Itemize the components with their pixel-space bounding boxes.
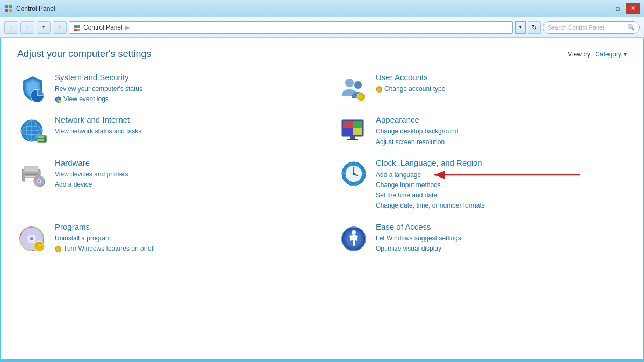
svg-rect-24 bbox=[41, 139, 44, 141]
hardware-title[interactable]: Hardware bbox=[55, 158, 306, 167]
view-by-arrow-icon: ▾ bbox=[624, 51, 627, 58]
close-button[interactable]: ✕ bbox=[626, 3, 640, 14]
path-text: Control Panel bbox=[83, 24, 123, 31]
turn-windows-features-link[interactable]: Turn Windows features on or off bbox=[55, 244, 306, 254]
optimize-visual-link[interactable]: Optimize visual display bbox=[376, 244, 627, 254]
svg-rect-29 bbox=[343, 128, 353, 135]
category-programs: Programs Uninstall a program Turn Window… bbox=[17, 222, 306, 254]
svg-rect-5 bbox=[77, 25, 80, 28]
minimize-button[interactable]: − bbox=[596, 3, 610, 14]
hardware-text: Hardware View devices and printers Add a… bbox=[55, 158, 306, 190]
view-by-section: View by: Category ▾ bbox=[568, 51, 627, 58]
svg-rect-35 bbox=[25, 174, 37, 175]
ease-of-access-icon bbox=[338, 222, 369, 253]
svg-rect-30 bbox=[353, 128, 362, 135]
category-clock-language: Clock, Language, and Region Add a langua… bbox=[338, 158, 627, 211]
svg-point-13 bbox=[354, 81, 362, 89]
network-internet-icon bbox=[17, 115, 48, 146]
svg-rect-4 bbox=[74, 25, 77, 28]
programs-text: Programs Uninstall a program Turn Window… bbox=[55, 222, 306, 254]
up-button[interactable]: ↑ bbox=[53, 21, 67, 34]
search-box[interactable]: Search Control Panel 🔍 bbox=[543, 21, 640, 34]
svg-rect-36 bbox=[25, 176, 37, 177]
window-controls: − □ ✕ bbox=[596, 3, 640, 14]
change-input-link[interactable]: Change input methods bbox=[376, 180, 627, 190]
path-icon bbox=[74, 24, 81, 31]
title-bar-left: Control Panel bbox=[4, 4, 55, 13]
set-time-date-link[interactable]: Set the time and date bbox=[376, 190, 627, 201]
programs-icon bbox=[17, 222, 48, 253]
dropdown-nav-button[interactable]: ▾ bbox=[37, 21, 51, 34]
let-windows-suggest-link[interactable]: Let Windows suggest settings bbox=[376, 233, 627, 244]
ease-of-access-text: Ease of Access Let Windows suggest setti… bbox=[376, 222, 627, 254]
programs-title[interactable]: Programs bbox=[55, 222, 306, 231]
uninstall-program-link[interactable]: Uninstall a program bbox=[55, 233, 306, 244]
window-icon bbox=[4, 4, 13, 13]
svg-rect-34 bbox=[24, 166, 38, 172]
svg-rect-2 bbox=[5, 9, 8, 12]
svg-rect-7 bbox=[77, 29, 80, 31]
shield-small-icon bbox=[55, 96, 62, 103]
svg-rect-27 bbox=[343, 121, 353, 128]
svg-point-11 bbox=[58, 100, 61, 103]
search-placeholder: Search Control Panel bbox=[548, 24, 604, 31]
svg-rect-1 bbox=[9, 5, 12, 8]
svg-rect-6 bbox=[74, 29, 77, 31]
system-security-title[interactable]: System and Security bbox=[55, 73, 306, 82]
clock-language-icon bbox=[338, 158, 369, 189]
add-device-link[interactable]: Add a device bbox=[55, 180, 306, 190]
change-date-formats-link[interactable]: Change date, time, or number formats bbox=[376, 201, 627, 211]
add-language-container: Add a language bbox=[376, 170, 421, 180]
category-system-security: System and Security Review your computer… bbox=[17, 73, 306, 104]
view-by-dropdown[interactable]: Category ▾ bbox=[595, 51, 627, 58]
svg-rect-0 bbox=[5, 5, 8, 8]
svg-rect-21 bbox=[38, 136, 41, 138]
back-button[interactable]: ‹ bbox=[4, 21, 18, 34]
address-bar: ‹ › ▾ ↑ Control Panel ▶ ▾ ↻ Search Contr… bbox=[0, 17, 644, 38]
view-network-status-link[interactable]: View network status and tasks bbox=[55, 126, 306, 137]
network-internet-title[interactable]: Network and Internet bbox=[55, 115, 306, 124]
page-title: Adjust your computer's settings bbox=[17, 48, 152, 60]
category-hardware: Hardware View devices and printers Add a… bbox=[17, 158, 306, 211]
search-icon: 🔍 bbox=[627, 24, 635, 31]
svg-point-40 bbox=[38, 180, 40, 182]
clock-language-text: Clock, Language, and Region Add a langua… bbox=[376, 158, 627, 211]
view-event-logs-link[interactable]: View event logs bbox=[55, 94, 306, 104]
system-security-text: System and Security Review your computer… bbox=[55, 73, 306, 104]
network-internet-text: Network and Internet View network status… bbox=[55, 115, 306, 137]
user-accounts-title[interactable]: User Accounts bbox=[376, 73, 627, 82]
system-security-icon bbox=[17, 73, 48, 104]
maximize-button[interactable]: □ bbox=[611, 3, 625, 14]
svg-point-12 bbox=[345, 79, 354, 87]
svg-rect-3 bbox=[9, 9, 12, 12]
view-by-value: Category bbox=[595, 51, 621, 58]
window-title: Control Panel bbox=[16, 5, 55, 12]
svg-point-57 bbox=[352, 230, 356, 235]
view-devices-link[interactable]: View devices and printers bbox=[55, 169, 306, 180]
add-language-link[interactable]: Add a language bbox=[376, 170, 421, 180]
change-desktop-bg-link[interactable]: Change desktop background bbox=[376, 126, 627, 137]
appearance-title[interactable]: Appearance bbox=[376, 115, 627, 124]
appearance-icon bbox=[338, 115, 369, 146]
shield-small-2-icon bbox=[376, 86, 383, 93]
main-content: Adjust your computer's settings View by:… bbox=[1, 38, 643, 359]
address-dropdown[interactable]: ▾ bbox=[515, 21, 526, 34]
user-accounts-text: User Accounts Change account type bbox=[376, 73, 627, 94]
hardware-icon bbox=[17, 158, 48, 189]
change-account-type-link[interactable]: Change account type bbox=[376, 84, 627, 94]
category-ease-of-access: Ease of Access Let Windows suggest setti… bbox=[338, 222, 627, 254]
page-header: Adjust your computer's settings View by:… bbox=[17, 48, 627, 60]
refresh-button[interactable]: ↻ bbox=[528, 21, 541, 34]
clock-language-title[interactable]: Clock, Language, and Region bbox=[376, 158, 627, 167]
title-bar: Control Panel − □ ✕ bbox=[0, 0, 644, 17]
adjust-screen-res-link[interactable]: Adjust screen resolution bbox=[376, 137, 627, 147]
review-status-link[interactable]: Review your computer's status bbox=[55, 84, 306, 94]
shield-small-3-icon bbox=[55, 245, 62, 252]
svg-point-52 bbox=[30, 237, 33, 240]
forward-button[interactable]: › bbox=[20, 21, 34, 34]
svg-rect-23 bbox=[38, 139, 41, 141]
category-network-internet: Network and Internet View network status… bbox=[17, 115, 306, 147]
ease-of-access-title[interactable]: Ease of Access bbox=[376, 222, 627, 231]
categories-grid: System and Security Review your computer… bbox=[17, 73, 627, 254]
address-input[interactable]: Control Panel ▶ bbox=[69, 21, 513, 34]
